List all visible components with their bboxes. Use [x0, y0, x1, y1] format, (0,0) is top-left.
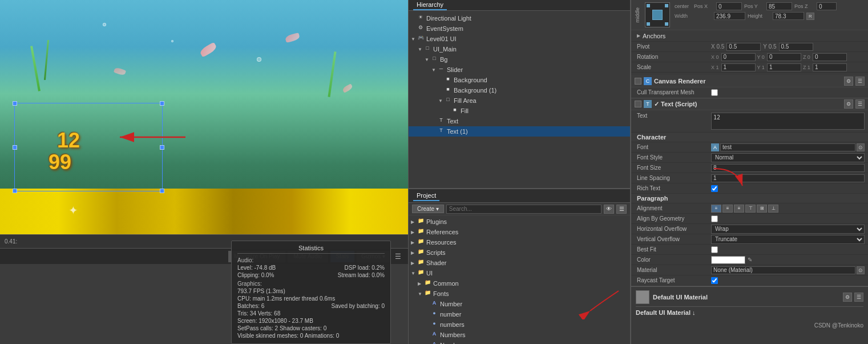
align-geometry-checkbox[interactable] — [711, 215, 718, 222]
pivot-x-input[interactable] — [726, 43, 761, 51]
project-item-resources[interactable]: ▶ 📁 Resources — [409, 237, 630, 247]
color-swatch[interactable] — [711, 256, 745, 264]
handle-tr[interactable] — [160, 101, 164, 106]
tree-item-bg[interactable]: ▼ □ Bg — [409, 54, 630, 65]
project-item-numbers-lower[interactable]: ● numbers — [409, 319, 630, 330]
posz-input[interactable] — [817, 2, 837, 10]
project-item-shader[interactable]: ▶ 📁 Shader — [409, 258, 630, 268]
default-material-title: Default UI Material — [653, 294, 839, 301]
material-menu-btn[interactable]: ☰ — [854, 293, 863, 302]
cull-checkbox[interactable] — [711, 89, 718, 96]
posy-input[interactable] — [766, 2, 792, 10]
tree-item-fill[interactable]: ■ Fill — [409, 106, 630, 116]
project-item-references[interactable]: ▶ 📁 References — [409, 227, 630, 237]
material-select-btn[interactable]: ⊙ — [857, 266, 865, 274]
audio-stream: Stream load: 0.0% — [338, 272, 385, 278]
handle-bl[interactable] — [13, 189, 17, 193]
raycast-checkbox[interactable] — [711, 277, 718, 284]
font-select-btn[interactable]: ⊙ — [857, 143, 865, 151]
setpass-value: SetPass calls: 2 Shadow casters: 0 — [237, 325, 326, 331]
width-input[interactable] — [714, 12, 745, 20]
tab-hierarchy[interactable]: Hierarchy — [413, 0, 447, 10]
tree-item-text[interactable]: T Text — [409, 116, 630, 126]
bg-icon: □ — [430, 55, 438, 63]
tree-item-background[interactable]: ■ Background — [409, 75, 630, 85]
handle-ml[interactable] — [13, 145, 17, 150]
scale-x-input[interactable] — [721, 63, 756, 71]
font-input[interactable] — [720, 143, 855, 151]
height-input[interactable] — [773, 12, 804, 20]
align-top-btn[interactable]: ⊤ — [745, 205, 756, 213]
canvas-settings-btn[interactable]: ⚙ — [844, 77, 853, 86]
font-size-input[interactable] — [711, 164, 865, 172]
project-item-plugins[interactable]: ▶ 📁 Plugins — [409, 217, 630, 227]
tris-value: Tris: 34 Verts: 68 — [237, 310, 280, 317]
tree-item-level01ui[interactable]: ▼ 🎮 Level01 UI — [409, 34, 630, 44]
rot-y-input[interactable] — [767, 53, 801, 61]
canvas-menu-btn[interactable]: ☰ — [855, 77, 865, 86]
alignment-buttons: ≡ ≡ ≡ ⊤ ⊞ ⊥ — [711, 205, 778, 213]
tree-item-fillarea[interactable]: ▼ □ Fill Area — [409, 95, 630, 106]
v-overflow-dropdown[interactable]: Truncate Overflow — [711, 235, 865, 244]
handle-tl[interactable] — [13, 101, 17, 106]
project-item-ui[interactable]: ▼ 📁 UI — [409, 268, 630, 278]
material-settings-btn[interactable]: ⚙ — [843, 293, 852, 302]
align-right-btn[interactable]: ≡ — [734, 205, 744, 213]
raycast-target-label: Raycast Target — [637, 277, 711, 283]
create-btn[interactable]: Create ▾ — [412, 205, 444, 213]
align-bottom-btn[interactable]: ⊥ — [768, 205, 778, 213]
scale-z-input[interactable] — [813, 63, 847, 71]
audio-clipping: Clipping: 0.0% — [237, 272, 274, 278]
panel-options-btn[interactable]: ☰ — [395, 253, 401, 261]
rot-z-input[interactable] — [813, 53, 847, 61]
color-edit-btn[interactable]: ✎ — [748, 257, 752, 263]
align-geometry-label: Align By Geometry — [637, 215, 711, 222]
tree-item-directional-light[interactable]: ☀ Directional Light — [409, 13, 630, 23]
tree-item-background1[interactable]: ■ Background (1) — [409, 85, 630, 95]
pivot-label: Pivot — [637, 43, 711, 50]
text-toggle[interactable] — [635, 101, 641, 107]
options-btn[interactable]: ☰ — [616, 205, 627, 214]
inspector-panel: middle center Pos X Pos Y Pos Z Width — [631, 0, 868, 344]
folder-arrow: ▶ — [411, 240, 417, 245]
hierarchy-header: Hierarchy — [409, 0, 630, 11]
folder-icon: 📁 — [417, 218, 425, 226]
text-menu-btn[interactable]: ☰ — [855, 99, 865, 109]
scale-label: Scale — [637, 64, 711, 70]
project-search[interactable] — [446, 205, 601, 214]
text-content-input[interactable]: 12 — [711, 113, 865, 130]
tab-project[interactable]: Project — [413, 191, 439, 201]
scale-y-input[interactable] — [767, 63, 801, 71]
eye-icon-btn[interactable]: 👁 — [604, 205, 614, 214]
tree-item-eventsystem[interactable]: ⚙ EventSystem — [409, 23, 630, 34]
tree-item-slider[interactable]: ▼ ─ Slider — [409, 65, 630, 75]
font-size-row: Font Size — [631, 163, 868, 173]
rot-x-input[interactable] — [721, 53, 756, 61]
h-overflow-dropdown[interactable]: Wrap Overflow — [711, 225, 865, 234]
tree-item-uimain[interactable]: ▼ □ UI_Main — [409, 44, 630, 54]
anchors-section[interactable]: ▶ Anchors — [631, 30, 868, 42]
project-item-numbers-cap2[interactable]: A Numbers — [409, 340, 630, 344]
handle-br[interactable] — [160, 189, 164, 193]
best-fit-checkbox[interactable] — [711, 246, 718, 253]
align-middle-btn[interactable]: ⊞ — [757, 205, 767, 213]
score-display-12: 12 — [57, 129, 80, 153]
pivot-y-input[interactable] — [779, 43, 813, 51]
anchor-diagram[interactable] — [645, 2, 670, 27]
project-item-numbers-cap[interactable]: A Numbers — [409, 330, 630, 340]
tree-item-text1[interactable]: T Text (1) — [409, 126, 630, 137]
posx-input[interactable] — [716, 2, 742, 10]
text-settings-btn[interactable]: ⚙ — [844, 99, 853, 109]
asset-icon: ● — [430, 310, 438, 318]
material-input[interactable] — [711, 266, 855, 274]
rich-text-checkbox[interactable] — [711, 185, 718, 192]
eventsystem-icon: ⚙ — [417, 25, 425, 33]
r-button[interactable]: R — [806, 13, 814, 20]
line-spacing-input[interactable] — [711, 174, 865, 182]
align-center-btn[interactable]: ≡ — [722, 205, 733, 213]
align-left-btn[interactable]: ≡ — [711, 205, 721, 213]
project-item-scripts[interactable]: ▶ 📁 Scripts — [409, 247, 630, 258]
font-style-dropdown[interactable]: Normal Bold Italic — [711, 153, 865, 162]
canvas-renderer-toggle[interactable] — [635, 78, 641, 85]
batches-value: Batches: 6 — [237, 303, 264, 309]
